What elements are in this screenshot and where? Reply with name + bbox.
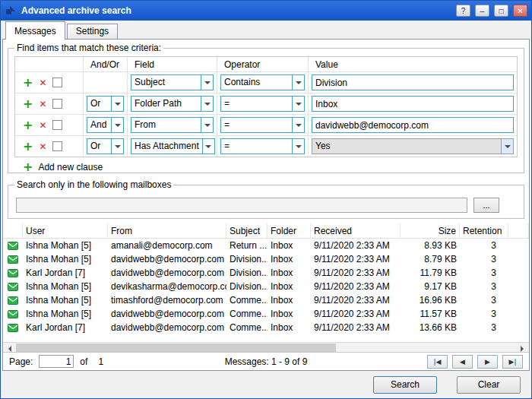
close-button[interactable]: ✕ [513,5,527,17]
cell-folder: Inbox [268,240,311,251]
table-row[interactable]: Ishna Mohan [5] davidwebb@democorp.com C… [3,307,529,321]
add-row-icon[interactable]: + [23,141,33,153]
cell-received: 9/11/2020 2:33 AM [311,254,401,264]
mail-icon [8,255,18,264]
minimize-button[interactable]: – [475,5,489,17]
chevron-down-icon [292,75,304,90]
col-retention[interactable]: Retention [460,223,508,238]
table-row[interactable]: Karl Jordan [7] davidwebb@democorp.com D… [3,266,529,280]
mail-icon [8,242,18,250]
remove-row-icon[interactable]: ✕ [39,142,46,151]
cell-received: 9/11/2020 2:33 AM [311,322,401,333]
remove-row-icon[interactable]: ✕ [39,121,46,130]
col-subject[interactable]: Subject [226,223,268,238]
cell-folder: Inbox [268,322,311,333]
cell-user: Ishna Mohan [5] [23,309,108,319]
add-clause-icon: + [23,161,33,173]
tab-strip: Messages Settings [2,21,530,39]
criteria-checkbox[interactable] [52,120,62,130]
cell-user: Ishna Mohan [5] [23,240,108,251]
cell-size: 8.93 KB [401,240,460,251]
tab-messages[interactable]: Messages [5,21,65,40]
criteria-checkbox[interactable] [52,141,62,151]
last-page-button[interactable]: ▶| [502,355,523,369]
mail-icon [8,269,18,277]
mailboxes-group-label: Search only in the following mailboxes [14,179,173,190]
cell-user: Ishna Mohan [5] [23,254,108,264]
criteria-row: + ✕ And From [15,115,517,136]
tab-settings[interactable]: Settings [67,24,118,39]
operator-select[interactable]: = [220,138,305,154]
browse-button[interactable]: ... [473,198,499,213]
remove-row-icon[interactable]: ✕ [39,100,46,109]
cell-retention: 3 [460,254,508,264]
value-input[interactable] [312,117,514,133]
cell-received: 9/11/2020 2:33 AM [311,268,401,278]
cell-size: 11.79 KB [401,268,460,278]
header-value: Value [309,57,517,71]
col-received[interactable]: Received [311,223,401,238]
results-list: User From Subject Folder Received Size R… [3,223,529,342]
field-select[interactable]: Folder Path [131,96,214,112]
search-button[interactable]: Search [373,376,437,394]
table-row[interactable]: Ishna Mohan [5] devikasharma@democorp.co… [3,280,529,293]
value-select[interactable]: Yes [312,138,514,154]
mailboxes-group: Search only in the following mailboxes .… [8,179,524,219]
operator-select[interactable]: = [220,96,305,112]
criteria-checkbox[interactable] [52,99,62,109]
chevron-down-icon [501,139,513,154]
prev-page-button[interactable]: ◀ [452,355,473,369]
chevron-down-icon [201,75,213,90]
window-title: Advanced archive search [21,5,451,16]
page-number-input[interactable] [39,355,74,368]
add-row-icon[interactable]: + [23,119,33,131]
field-select[interactable]: Has Attachment [131,138,215,154]
add-new-clause-link[interactable]: + Add new clause [14,157,128,173]
col-user[interactable]: User [23,223,108,238]
table-row[interactable]: Karl Jordan [7] davidwebb@democorp.com C… [3,321,529,334]
table-row[interactable]: Ishna Mohan [5] amanali@democorp.com Ret… [3,239,529,252]
add-row-icon[interactable]: + [23,98,33,110]
col-from[interactable]: From [108,223,226,238]
andor-select[interactable]: Or [87,96,124,112]
header-andor: And/Or [84,57,128,71]
mail-icon [8,310,18,318]
cell-retention: 3 [460,281,508,292]
cell-retention: 3 [460,309,508,319]
value-input[interactable] [312,74,514,90]
criteria-checkbox[interactable] [52,78,62,87]
cell-subject: Comme... [226,309,268,319]
operator-select[interactable]: Contains [220,74,305,90]
table-row[interactable]: Ishna Mohan [5] davidwebb@democorp.com D… [3,252,529,266]
andor-select[interactable]: Or [87,138,124,154]
col-size[interactable]: Size [401,223,460,238]
cell-size: 13.66 KB [401,322,460,333]
cell-retention: 3 [460,295,508,306]
next-page-button[interactable]: ▶ [477,355,498,369]
clear-button[interactable]: Clear [457,376,521,394]
page-label: Page: [9,356,33,367]
cell-subject: Division... [226,268,268,278]
value-input[interactable] [312,96,514,112]
title-bar[interactable]: Advanced archive search ? – □ ✕ [1,1,531,21]
mailboxes-input[interactable] [16,198,467,213]
help-button[interactable]: ? [456,5,470,17]
operator-select[interactable]: = [220,117,305,133]
add-row-icon[interactable]: + [23,77,33,89]
col-folder[interactable]: Folder [268,223,311,238]
chevron-down-icon [201,97,213,111]
cell-from: davidwebb@democorp.com [108,309,226,319]
field-select[interactable]: Subject [131,74,214,90]
criteria-group-label: Find items that match these criteria: [14,43,163,53]
field-select[interactable]: From [131,117,214,133]
cell-received: 9/11/2020 2:33 AM [311,295,401,306]
criteria-table: And/Or Field Operator Value + ✕ Su [14,56,518,157]
cell-user: Ishna Mohan [5] [23,281,108,292]
andor-select[interactable]: And [87,117,124,133]
cell-folder: Inbox [268,254,311,264]
table-row[interactable]: Ishna Mohan [5] timashford@democorp.com … [3,293,529,307]
first-page-button[interactable]: |◀ [427,355,448,369]
messages-count: Messages: 1 - 9 of 9 [225,356,308,367]
remove-row-icon[interactable]: ✕ [39,78,46,87]
maximize-button[interactable]: □ [494,5,508,17]
